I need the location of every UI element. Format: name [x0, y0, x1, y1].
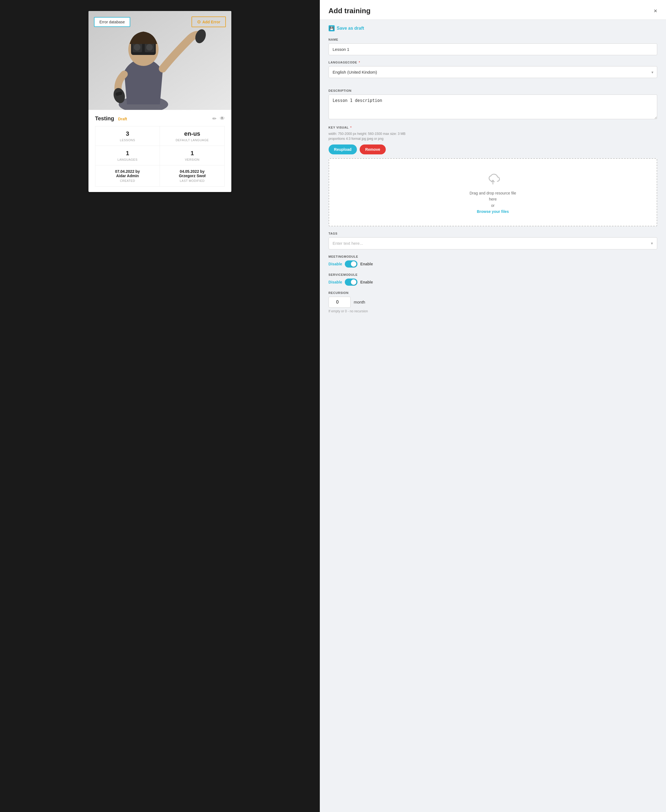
languagecode-label: LANGUAGECODE *: [329, 61, 657, 64]
panel-content: 💾 Save as draft NAME LANGUAGECODE * Engl…: [320, 20, 666, 812]
languages-stat: 1 LANGUAGES: [95, 146, 160, 165]
close-button[interactable]: ×: [654, 8, 657, 14]
upload-dropzone[interactable]: Drag and drop resource file here or Brow…: [329, 158, 657, 226]
required-indicator: *: [359, 61, 360, 64]
recursion-row: month: [329, 296, 657, 308]
tags-label: TAGS: [329, 232, 657, 235]
language-stat: en-us DEFAULT LANGUAGE: [160, 126, 225, 146]
card-overlay-buttons: Error database ⊙ Add Error: [94, 16, 226, 27]
modified-label: LAST MODIFIED: [163, 179, 222, 183]
tags-chevron-icon: ▾: [651, 241, 653, 246]
language-label: DEFAULT LANGUAGE: [163, 138, 222, 142]
recursion-unit: month: [354, 300, 366, 305]
name-input[interactable]: [329, 43, 657, 55]
recursion-label: RECURSION: [329, 291, 657, 295]
name-label: NAME: [329, 38, 657, 41]
service-enable-label: Enable: [360, 280, 373, 284]
card-title: Testing: [95, 115, 114, 122]
card-title-row: Testing Draft ✏ 👁: [95, 115, 225, 122]
required-indicator: *: [350, 126, 352, 129]
key-visual-hint: width: 750-2000 px height: 560-1500 max …: [329, 131, 657, 141]
key-visual-field-group: KEY VISUAL * width: 750-2000 px height: …: [329, 126, 657, 226]
table-row: 3 LESSONS en-us DEFAULT LANGUAGE: [95, 126, 224, 146]
description-field-group: DESCRIPTION Lesson 1 description: [329, 89, 657, 120]
panel-title: Add training: [329, 7, 371, 15]
meetingmodule-label: MEETINGMODULE: [329, 255, 657, 258]
meetingmodule-toggle[interactable]: [345, 260, 358, 268]
add-error-button[interactable]: ⊙ Add Error: [191, 16, 226, 27]
languagecode-select-wrapper: English (United Kindom) English (US) Pol…: [329, 66, 657, 78]
upload-text: Drag and drop resource file here or Brow…: [470, 190, 516, 215]
remove-button[interactable]: Remove: [359, 145, 386, 154]
languages-value: 1: [98, 150, 157, 157]
left-panel: Error database ⊙ Add Error Testing Draft…: [0, 0, 320, 812]
created-label: CREATED: [98, 179, 157, 183]
table-row: 1 LANGUAGES 1 VERSION: [95, 146, 224, 165]
card-body: Testing Draft ✏ 👁 3 LESSONS en-us DEFA: [89, 110, 231, 192]
tags-field-group: TAGS Enter text here... ▾: [329, 232, 657, 249]
upload-buttons: Reupload Remove: [329, 145, 657, 154]
error-database-button[interactable]: Error database: [94, 17, 130, 27]
modified-stat: 04.05.2022 byGrzegorz Swoł LAST MODIFIED: [160, 165, 225, 186]
created-stat: 07.04.2022 byAidar Admin CREATED: [95, 165, 160, 186]
languagecode-select[interactable]: English (United Kindom) English (US) Pol…: [329, 66, 657, 78]
upload-cloud-icon: [484, 170, 502, 187]
service-disable-label: Disable: [329, 280, 342, 284]
tags-placeholder: Enter text here...: [333, 241, 363, 245]
tags-select-wrapper: Enter text here... ▾: [329, 237, 657, 249]
lessons-label: LESSONS: [98, 138, 157, 142]
servicemodule-toggle[interactable]: [345, 278, 358, 286]
name-field-group: NAME: [329, 38, 657, 55]
language-value: en-us: [163, 130, 222, 137]
servicemodule-toggle-row: Disable Enable: [329, 278, 657, 286]
description-label: DESCRIPTION: [329, 89, 657, 92]
created-date: 07.04.2022 byAidar Admin: [98, 169, 157, 178]
recursion-input[interactable]: [329, 296, 351, 308]
save-icon: 💾: [329, 25, 335, 31]
table-row: 07.04.2022 byAidar Admin CREATED 04.05.2…: [95, 165, 224, 186]
save-draft-label: Save as draft: [337, 26, 364, 31]
recursion-hint: If empty or 0 - no recursion: [329, 309, 657, 313]
right-panel: Add training × 💾 Save as draft NAME LANG…: [320, 0, 666, 812]
view-button[interactable]: 👁: [220, 116, 225, 122]
lessons-stat: 3 LESSONS: [95, 126, 160, 146]
draft-badge: Draft: [118, 117, 127, 121]
servicemodule-group: SERVICEMODULE Disable Enable: [329, 273, 657, 286]
edit-button[interactable]: ✏: [213, 116, 216, 122]
training-card: Error database ⊙ Add Error Testing Draft…: [89, 11, 231, 192]
save-draft-link[interactable]: 💾 Save as draft: [329, 25, 657, 31]
card-title-actions: ✏ 👁: [213, 116, 225, 122]
key-visual-label: KEY VISUAL *: [329, 126, 657, 129]
browse-files-link[interactable]: Browse your files: [477, 209, 509, 214]
card-stats-table: 3 LESSONS en-us DEFAULT LANGUAGE 1 LANGU…: [95, 126, 225, 186]
version-stat: 1 VERSION: [160, 146, 225, 165]
svg-point-7: [134, 44, 140, 51]
languages-label: LANGUAGES: [98, 158, 157, 161]
version-value: 1: [163, 150, 222, 157]
meeting-disable-label: Disable: [329, 262, 342, 266]
meeting-enable-label: Enable: [360, 262, 373, 266]
meetingmodule-group: MEETINGMODULE Disable Enable: [329, 255, 657, 268]
meetingmodule-toggle-row: Disable Enable: [329, 260, 657, 268]
card-title-group: Testing Draft: [95, 115, 127, 122]
description-textarea[interactable]: Lesson 1 description: [329, 94, 657, 119]
warning-icon: ⊙: [197, 19, 201, 25]
panel-header: Add training ×: [320, 0, 666, 20]
servicemodule-label: SERVICEMODULE: [329, 273, 657, 276]
lessons-value: 3: [98, 130, 157, 137]
reupload-button[interactable]: Reupload: [329, 145, 357, 154]
svg-point-8: [146, 44, 153, 51]
modified-date: 04.05.2022 byGrzegorz Swoł: [163, 169, 222, 178]
recursion-group: RECURSION month If empty or 0 - no recur…: [329, 291, 657, 313]
tags-input[interactable]: Enter text here... ▾: [329, 237, 657, 249]
version-label: VERSION: [163, 158, 222, 161]
languagecode-field-group: LANGUAGECODE * English (United Kindom) E…: [329, 61, 657, 78]
card-image: Error database ⊙ Add Error: [89, 11, 231, 110]
